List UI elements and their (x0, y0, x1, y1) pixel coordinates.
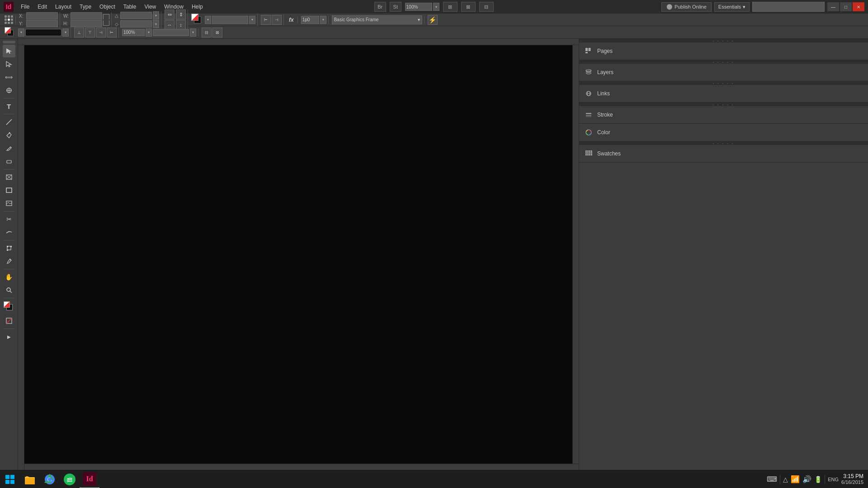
opacity-dropdown[interactable]: ▾ (146, 28, 152, 37)
menu-type[interactable]: Type (76, 2, 95, 12)
image-tool[interactable] (3, 197, 15, 210)
align-dist-1[interactable]: ⊥ (74, 28, 84, 38)
network-up-icon[interactable]: △ (783, 476, 788, 483)
menu-help[interactable]: Help (188, 2, 207, 12)
minimize-button[interactable]: — (827, 2, 839, 11)
stroke-weight-input[interactable] (301, 16, 319, 24)
gap-tool[interactable]: ⟺ (3, 71, 15, 84)
x-input[interactable] (26, 12, 58, 19)
line-tool[interactable] (3, 116, 15, 128)
frame-style-selector[interactable]: Basic Graphics Frame ▾ (332, 15, 422, 24)
maximize-button[interactable]: □ (840, 2, 852, 11)
hand-tool[interactable]: ✋ (3, 271, 15, 283)
swatches-header[interactable]: Swatches (579, 145, 868, 162)
menu-table[interactable]: Table (120, 2, 140, 12)
zoom-dropdown[interactable]: ▾ (433, 3, 439, 11)
free-transform-tool[interactable] (3, 242, 15, 254)
spotify-button[interactable] (60, 470, 80, 488)
style-btn-1[interactable]: ⊟ (202, 28, 212, 38)
style-btn-2[interactable]: ⊠ (212, 28, 222, 38)
stroke-color-bar[interactable] (25, 29, 61, 36)
stroke-bar-dropdown[interactable]: ▾ (62, 28, 69, 37)
canvas-black[interactable] (24, 45, 579, 470)
start-button[interactable] (0, 470, 20, 488)
stock-button[interactable]: St (390, 2, 401, 12)
keyboard-icon[interactable]: ⌨ (767, 475, 777, 483)
vertical-scrollbar[interactable] (572, 45, 579, 470)
menu-layout[interactable]: Layout (52, 2, 75, 12)
chrome-button[interactable] (40, 470, 60, 488)
align-dist-4[interactable]: ⊢ (107, 28, 117, 38)
flip-vertical-btn[interactable]: ⇕ (176, 9, 186, 19)
close-button[interactable]: ✕ (853, 2, 864, 11)
display-perf-btn[interactable]: ⊠ (461, 2, 476, 12)
align-center-btn[interactable]: ⊣ (272, 15, 282, 25)
transform-origin[interactable] (5, 15, 14, 24)
pages-header[interactable]: Pages (579, 42, 868, 60)
volume-icon[interactable]: 🔊 (802, 475, 811, 483)
pencil-tool[interactable] (3, 142, 15, 155)
battery-icon[interactable]: 🔋 (814, 476, 822, 483)
angle-dropdown[interactable]: ▾ (153, 11, 159, 19)
opacity-bar-dropdown[interactable]: ▾ (190, 28, 196, 37)
select-tool[interactable] (3, 45, 15, 57)
svg-rect-45 (591, 152, 592, 154)
bridge-button[interactable]: Br (374, 2, 386, 12)
menu-view[interactable]: View (141, 2, 160, 12)
svg-line-24 (10, 291, 12, 293)
zoom-tool[interactable] (3, 284, 15, 296)
horizontal-scrollbar[interactable] (24, 464, 579, 470)
align-dist-3[interactable]: ⊣ (96, 28, 106, 38)
direct-select-tool[interactable] (3, 58, 15, 70)
color-header[interactable]: Color (579, 124, 868, 141)
eraser-tool[interactable] (3, 155, 15, 168)
align-left-btn[interactable]: ⊢ (261, 15, 271, 25)
pen-tool[interactable] (3, 129, 15, 141)
screen-mode-btn[interactable]: ⊞ (443, 2, 458, 12)
scissors-tool[interactable]: ✂ (3, 213, 15, 225)
links-header[interactable]: Links (579, 85, 868, 102)
stroke-fill-swatch2[interactable] (5, 27, 17, 38)
svg-rect-51 (10, 475, 14, 479)
smooth-tool[interactable] (3, 226, 15, 239)
indesign-button[interactable]: Id (80, 470, 99, 488)
align-dist-2[interactable]: ⊤ (85, 28, 95, 38)
direct-select-icon (5, 61, 13, 68)
stroke-color-dropdown[interactable]: ▾ (18, 28, 24, 37)
lightning-btn[interactable]: ⚡ (428, 15, 438, 25)
fill-bar-dropdown[interactable]: ▾ (249, 16, 255, 24)
arrange-btn[interactable]: ⊟ (479, 2, 494, 12)
search-input[interactable] (752, 2, 825, 12)
eyedropper-tool[interactable] (3, 255, 15, 267)
swatches-section: Swatches (579, 145, 868, 163)
layers-header[interactable]: Layers (579, 64, 868, 81)
w-input[interactable] (71, 12, 102, 19)
svg-rect-49 (591, 154, 592, 155)
rect-tool[interactable] (3, 184, 15, 197)
file-explorer-button[interactable] (20, 470, 40, 488)
menu-file[interactable]: File (17, 2, 33, 12)
publish-online-button[interactable]: ⚪Publish Online (661, 2, 712, 12)
opacity-input[interactable] (122, 29, 145, 36)
type-tool[interactable]: T (3, 100, 15, 113)
menu-edit[interactable]: Edit (34, 2, 51, 12)
angle-input[interactable] (120, 12, 152, 19)
wifi-icon[interactable]: 📶 (791, 475, 800, 483)
preview-mode-btn[interactable]: ▶ (3, 330, 15, 343)
flip-horizontal-btn[interactable]: ⇔ (165, 9, 175, 19)
rect-frame-tool[interactable] (3, 171, 15, 183)
fill-stroke-swatch[interactable] (191, 14, 204, 26)
workspace-selector[interactable]: Essentials ▾ (714, 2, 750, 12)
fill-color-bar[interactable] (212, 16, 248, 24)
menu-object[interactable]: Object (96, 2, 119, 12)
stroke-header[interactable]: Stroke (579, 106, 868, 123)
apply-none-btn[interactable] (3, 314, 15, 327)
fill-dropdown[interactable]: ▾ (205, 16, 211, 24)
fill-stroke-buttons[interactable] (3, 300, 15, 313)
zoom-input[interactable] (405, 3, 432, 11)
stroke-dropdown[interactable]: ▾ (320, 16, 326, 24)
clock[interactable]: 3:15 PM 6/16/2015 (841, 473, 863, 486)
transform-tool[interactable] (3, 84, 15, 97)
constrain-proportions[interactable] (103, 14, 109, 26)
opacity-bar[interactable] (153, 29, 189, 36)
